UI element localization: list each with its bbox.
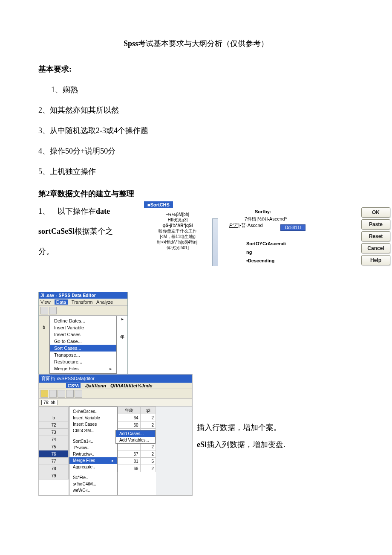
menu-view[interactable]: View	[40, 299, 51, 305]
basic-req-heading: 基本要求:	[38, 64, 354, 74]
sec1-l3: 分。	[38, 241, 136, 262]
menu-item[interactable]: CθtoC4M...	[69, 427, 117, 434]
sortby-underline	[274, 211, 300, 211]
sortby-row: 7件留|½i⅜l-Ascend^ P"7"|•普-Asccnd	[229, 216, 287, 229]
scrollbar[interactable]	[212, 218, 218, 266]
rowhead-b[interactable]: b	[39, 414, 69, 421]
toolbar-icon[interactable]	[49, 307, 57, 314]
cell[interactable]: 69	[118, 465, 141, 472]
col-q3[interactable]: q3	[140, 407, 156, 414]
window-titlebar: Ji .sav - SPSS Data Editor	[39, 292, 127, 299]
table-row[interactable]: 75	[39, 443, 69, 450]
table-row-selected[interactable]: 76	[39, 450, 69, 458]
var-line: |<M，基11电生地g	[147, 234, 209, 239]
table-row[interactable]: 72	[39, 421, 69, 429]
cell-indicator: 76: bh	[41, 400, 58, 405]
col-age[interactable]: 年龄	[118, 407, 141, 414]
req-1: 1、娴熟	[51, 84, 354, 95]
reset-button[interactable]: Reset	[361, 231, 390, 241]
menu-item[interactable]: T*•wow..	[69, 445, 117, 451]
table-row[interactable]: 78	[39, 465, 69, 472]
cell[interactable]: 81	[118, 458, 141, 465]
spss-menu-screenshot-1: Ji .sav - SPSS Data Editor View Data Tra…	[38, 292, 128, 374]
req-2: 2、知其然亦知其所以然	[38, 105, 354, 115]
menu-item-sort-cases[interactable]: Sort Cases...	[50, 345, 116, 352]
var-line-bold: φS•ji¾*ΛR*|qSl	[147, 223, 209, 228]
toolbar-icon[interactable]	[58, 390, 65, 398]
toolbar-icon[interactable]	[40, 307, 48, 314]
cell[interactable]: 2	[140, 450, 156, 458]
help-button[interactable]: Help	[361, 255, 390, 265]
menu-data[interactable]: Data	[55, 299, 68, 305]
caption-2-pre: eSl	[197, 440, 207, 449]
merge-files-submenu[interactable]: Add Cases... Add Variables...	[115, 430, 156, 444]
toolbar-icon[interactable]	[66, 390, 74, 398]
submenu-add-variables[interactable]: Add Variables...	[116, 437, 155, 443]
title-bold: Spss	[124, 39, 138, 48]
menu-item-define-dates[interactable]: Define Dates...	[50, 317, 116, 324]
menu-item-merge-files[interactable]: Merge Files	[50, 365, 116, 372]
spss-menu-screenshot-2: 育阳街.xvSPSSData(ditor xxxxxxxxx CS*Λ Jjaf…	[38, 374, 193, 496]
menu-item[interactable]: C√neOsces..	[69, 408, 117, 415]
menu-item[interactable]: Insert Variable	[69, 415, 117, 421]
variable-list[interactable]: •⅔⅓βM[bh| HII状况g3] φS•ji¾*ΛR*|qSl 吩你壘左干什…	[147, 212, 209, 271]
sec1-l2a: sortCaSeSl	[38, 227, 75, 235]
menu-analyze[interactable]: Analyze	[96, 299, 113, 305]
menubar-sel[interactable]: CS*Λ	[66, 383, 81, 388]
ok-button[interactable]: OK	[361, 207, 390, 218]
menu-item[interactable]: s•⅛αC4tM...	[69, 481, 117, 487]
cell[interactable]: 2	[140, 465, 156, 472]
menu-item-merge-files-hl[interactable]: Merge Files	[69, 457, 117, 464]
sec1-l1b: date	[96, 207, 110, 215]
table-row[interactable]: 74	[39, 436, 69, 443]
data-menu-dropdown[interactable]: Define Dates... Insert Variable Insert C…	[49, 316, 117, 374]
menubar-2[interactable]: xxxxxxxxx CS*Λ Jjaftftcnn QfVtAUtfttet⅛J…	[39, 383, 192, 389]
cell[interactable]: 2	[140, 421, 156, 429]
arrow-icon: ▸	[117, 317, 127, 321]
section1-text: 1、 以下操作在date sortCaSeSl根据某个之 分。	[38, 201, 136, 261]
sortby-line1: 7件留|½i⅜l-Ascend^	[245, 216, 287, 222]
order-asc2: ng	[246, 250, 252, 255]
table-row[interactable]: 79	[39, 472, 69, 479]
cell[interactable]: 5	[140, 458, 156, 465]
menu-item-restructure[interactable]: Restructure...	[50, 358, 116, 365]
cell[interactable]: 2	[140, 414, 156, 421]
cell[interactable]: 60	[118, 421, 141, 429]
menubar[interactable]: View Data Transform Analyze	[39, 299, 127, 306]
menu-item[interactable]: Rwtructw•..	[69, 451, 117, 457]
cancel-button[interactable]: Cancel	[361, 243, 390, 253]
sec1-l2b: 根据某个之	[75, 227, 113, 235]
menu-item-goto-case[interactable]: Go to Case...	[50, 338, 116, 345]
toolbar-icon[interactable]	[40, 390, 48, 398]
menu-item[interactable]: weWC«..	[69, 487, 117, 494]
menu-item[interactable]: Aggregate..	[69, 464, 117, 470]
menubar-col3[interactable]: QfVtAUtfttet⅛Jndc	[110, 383, 152, 388]
table-row[interactable]: 77	[39, 458, 69, 465]
menu-item[interactable]: Sc*Fte..	[69, 474, 117, 481]
cell[interactable]: 67	[118, 450, 141, 458]
toolbar-icon[interactable]	[49, 390, 57, 398]
menubar-col2[interactable]: Jjaftftcnn	[85, 383, 106, 388]
table-row[interactable]: 73	[39, 429, 69, 436]
sort-order[interactable]: SortOYCrAscendi ng •Descending	[246, 240, 286, 265]
dialog-title: ■SortCHS	[144, 201, 173, 208]
cell[interactable]: 2	[140, 443, 156, 450]
cell[interactable]: 64	[118, 414, 141, 421]
cell[interactable]	[118, 443, 141, 450]
data-grid-values[interactable]: 年龄 q3 642 602 522 2 2 672 815 692	[118, 407, 156, 495]
menu-item-insert-variable[interactable]: Insert Variable	[50, 324, 116, 331]
menu-item-insert-cases[interactable]: Insert Cases	[50, 331, 116, 338]
sortby-badge[interactable]: Dc8811I	[280, 224, 306, 231]
menu-item[interactable]: Insert Cases	[69, 421, 117, 427]
paste-button[interactable]: Paste	[361, 219, 390, 230]
submenu-add-cases[interactable]: Add Cases...	[116, 430, 155, 437]
rowhead-blank	[39, 407, 69, 414]
var-line: 体状况Ih01]	[147, 245, 209, 250]
menu-item[interactable]: SortCa1«..	[69, 438, 117, 445]
menu-item-transpose[interactable]: Transpose...	[50, 352, 116, 358]
data-grid-rowheaders[interactable]: b 72 73 74 75 76 77 78 79	[39, 407, 69, 495]
menu-transform[interactable]: Transform	[72, 299, 93, 305]
data-menu-dropdown-2[interactable]: C√neOsces.. Insert Variable Insert Cases…	[69, 407, 118, 495]
toolbar	[39, 306, 127, 316]
toolbar-icon[interactable]	[75, 390, 82, 398]
